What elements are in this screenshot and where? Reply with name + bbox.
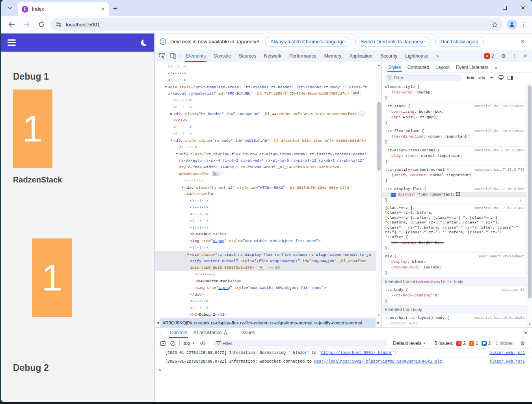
- css-property[interactable]: margin: ▶ 0;: [385, 321, 524, 326]
- elements-tree-row[interactable]: 1e1c-4cb6-8b69-590873c6c475>flex == $0: [155, 264, 376, 271]
- dark-mode-icon[interactable]: [140, 39, 148, 47]
- devtools-close-icon[interactable]: ✕: [523, 53, 527, 59]
- elements-tree-row[interactable]: <!--!-->: [155, 104, 376, 110]
- elements-tree-row[interactable]: <!--!-->: [155, 197, 376, 204]
- css-property[interactable]: flex-direction: column !important;: [385, 134, 524, 140]
- dont-show-again-button[interactable]: Don't show again: [435, 37, 484, 47]
- address-bar[interactable]: localhost:5001: [51, 18, 503, 31]
- elements-tree-row[interactable]: <!--!-->: [155, 244, 376, 251]
- elements-tree-row[interactable]: ⋯▼<div class="rz-stack rz-display-flex r…: [155, 251, 376, 258]
- elements-tree-row[interactable]: <!--!-->: [155, 124, 376, 130]
- source-location-link[interactable]: blazor.web.js:1: [489, 350, 525, 356]
- tab-event-listeners[interactable]: Event Listeners: [453, 62, 492, 72]
- tab-computed[interactable]: Computed: [404, 62, 432, 72]
- context-selector[interactable]: top: [184, 341, 190, 346]
- style-rule[interactable]: .rz-align-items-normal {material-ba…7.10…: [382, 147, 526, 166]
- breadcrumb[interactable]: #R3QJ6KQjDk.rz-stack.rz-display-flex.rz-…: [160, 318, 375, 327]
- default-levels-dropdown[interactable]: Default levels: [393, 341, 421, 346]
- drawer-close-icon[interactable]: ✕: [520, 330, 532, 336]
- maximize-button[interactable]: [496, 0, 514, 16]
- console-filter-input[interactable]: Filter: [213, 340, 388, 347]
- elements-tree-row[interactable]: <!--!-->: [155, 63, 376, 70]
- back-button[interactable]: [7, 22, 16, 27]
- styles-filter-input[interactable]: Filter: [384, 74, 461, 81]
- stylesheet-link[interactable]: material-ba….10.0:20107: [474, 128, 525, 134]
- site-settings-icon[interactable]: [56, 22, 62, 27]
- toggle-hover-state[interactable]: :hov: [465, 75, 474, 80]
- notification-close-icon[interactable]: ✕: [518, 39, 527, 45]
- elements-scrollbar[interactable]: ▲ ▼: [376, 62, 381, 318]
- browser-menu-button[interactable]: ⋮: [521, 21, 526, 28]
- stylesheet-link[interactable]: material-ba….7.10.0:730: [474, 167, 525, 173]
- elements-tree-row[interactable]: <!--!-->: [155, 224, 376, 231]
- tab-styles[interactable]: Styles: [385, 62, 404, 72]
- elements-tree-row[interactable]: <!--!-->: [155, 211, 376, 218]
- flex-badge[interactable]: flex: [211, 171, 221, 176]
- match-language-button[interactable]: Always match Chrome's language: [265, 37, 350, 47]
- menu-icon[interactable]: [7, 38, 16, 47]
- flex-editor-icon[interactable]: [456, 192, 460, 196]
- style-rule[interactable]: .rz-stack {material-ba….10.0:20115box-si…: [382, 102, 526, 127]
- style-rule[interactable]: element.style {flex-wrap: nowrap;}: [382, 83, 526, 102]
- console-settings-icon[interactable]: ⚙: [520, 340, 525, 346]
- source-location-link[interactable]: blazor.web.js:1: [489, 359, 525, 365]
- css-property[interactable]: ✓display: flex !important;: [382, 192, 526, 197]
- computed-sidebar-icon[interactable]: [508, 76, 513, 80]
- drawer-tab-ai-assistance[interactable]: AI assistance: [190, 328, 231, 338]
- issues-warning-icon[interactable]: !: [469, 341, 474, 346]
- reload-button[interactable]: [37, 21, 46, 28]
- stylesheet-link[interactable]: material-ba….10.0:20115: [474, 104, 525, 109]
- style-rule[interactable]: [class^=rz-],[class^=rz-]::before,[class…: [382, 205, 526, 253]
- stylesheet-link[interactable]: material-ba….7.10.0:558: [474, 186, 525, 192]
- flex-badge[interactable]: flex: [256, 265, 266, 270]
- elements-tree-row[interactable]: stify-content-normal" style=";flex-wrap:…: [155, 258, 376, 264]
- style-rule[interactable]: :root:has(.rz-layout) body {material-ba……: [382, 314, 526, 327]
- close-button[interactable]: ✕: [514, 0, 532, 16]
- stylesheet-link[interactable]: material-ba….10.0:19152: [474, 315, 525, 321]
- breadcrumb-left-icon[interactable]: ◀: [155, 318, 160, 327]
- console-prompt[interactable]: >: [155, 366, 532, 373]
- issues-label[interactable]: 5 Issues:: [434, 341, 453, 346]
- elements-tree-row[interactable]: ▶<div class="rz-header" id="-ZNosWaFUU" …: [155, 110, 376, 117]
- devtools-settings-icon[interactable]: ⚙: [501, 53, 506, 59]
- stylesheet-link[interactable]: site.css:32: [500, 287, 525, 293]
- issues-error-icon[interactable]: ✕: [456, 341, 461, 346]
- css-property[interactable]: box-sizing: border-box;: [385, 109, 524, 115]
- breadcrumb-right-icon[interactable]: ▶: [375, 318, 381, 327]
- elements-tree-row[interactable]: ▼<div style class="rz-body" id="UwSIEzAv…: [155, 137, 376, 144]
- css-property[interactable]: display: block;: [385, 259, 524, 265]
- elements-tree-row[interactable]: <h3>Debug 1</h3>: [155, 231, 376, 238]
- tab-close-icon[interactable]: ✕: [99, 6, 106, 13]
- elements-tree-row[interactable]: <!--!-->: [155, 298, 376, 305]
- console-link[interactable]: wss://localhost:5001/_blazor?id=O8_5zyq8…: [314, 359, 442, 364]
- elements-tree-row[interactable]: <!--!-->: [155, 77, 376, 84]
- more-tabs-button[interactable]: »: [432, 50, 443, 62]
- css-property[interactable]: unicode-bidi: isolate;: [385, 265, 524, 270]
- tab-elements[interactable]: Elements: [182, 50, 210, 62]
- drawer-tab-issues[interactable]: Issues: [238, 328, 258, 338]
- property-checkbox[interactable]: ✓: [391, 193, 396, 197]
- style-rule[interactable]: .rz-body {site.css:32--rz-body-padding: …: [382, 286, 526, 305]
- elements-tree-row[interactable]: <h3>Debug 2</h3>: [155, 311, 376, 318]
- tab-network[interactable]: Network: [260, 50, 285, 62]
- expand-node-button[interactable]: ⋯: [358, 112, 365, 116]
- tab-sources[interactable]: Sources: [235, 50, 260, 62]
- console-sidebar-icon[interactable]: [160, 341, 166, 346]
- elements-tree-row[interactable]: style="max-width: 1440px;" id="xDx9dJwte…: [155, 164, 376, 171]
- new-style-rule-button[interactable]: ＋: [489, 74, 495, 81]
- add-property-button[interactable]: ＋: [518, 198, 523, 203]
- elements-tree-row[interactable]: <!--!-->: [155, 204, 376, 211]
- toggle-classes[interactable]: .cls: [478, 75, 485, 80]
- elements-tree-row[interactable]: </div>: [155, 291, 376, 298]
- css-property[interactable]: align-items: normal !important;: [385, 153, 524, 159]
- forward-button[interactable]: [22, 22, 31, 27]
- tab-performance[interactable]: Performance: [285, 50, 320, 62]
- elements-tree-row[interactable]: <!--!-->: [155, 218, 376, 224]
- grid-badge[interactable]: grid: [351, 91, 361, 95]
- elements-tree-row[interactable]: <!--!-->: [155, 144, 376, 151]
- tab-layout[interactable]: Layout: [432, 62, 453, 72]
- console-link[interactable]: https://localhost:5001/_blazor: [321, 351, 392, 355]
- devtools-menu-icon[interactable]: ⋮: [512, 53, 517, 59]
- elements-tree-row[interactable]: z-layout rz-material" id="6MCr9zhUBU" _b…: [155, 90, 376, 97]
- bookmark-star-icon[interactable]: [491, 21, 498, 28]
